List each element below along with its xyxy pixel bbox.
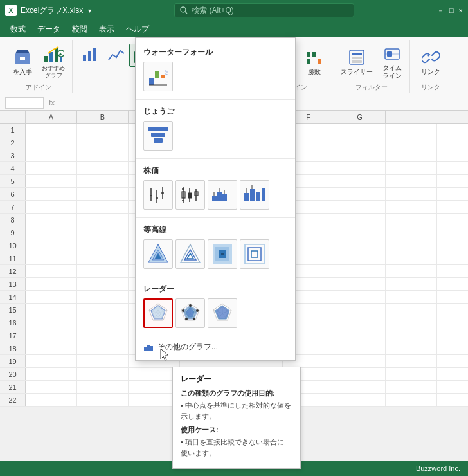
cell[interactable]	[386, 239, 437, 252]
cell[interactable]	[26, 136, 77, 149]
cell[interactable]	[77, 136, 129, 149]
cell[interactable]	[26, 381, 77, 393]
ribbon-btn-sparkline-winloss[interactable]: 勝敗	[301, 45, 328, 78]
cell[interactable]	[77, 175, 129, 187]
cell[interactable]	[26, 239, 77, 252]
cell[interactable]	[334, 226, 386, 239]
cell[interactable]	[386, 162, 437, 174]
cell[interactable]	[334, 214, 386, 226]
cell[interactable]	[26, 149, 77, 161]
cell[interactable]	[77, 265, 129, 277]
cell[interactable]	[26, 201, 77, 213]
cell[interactable]	[26, 162, 77, 174]
cell[interactable]	[334, 316, 386, 329]
cell[interactable]	[77, 252, 129, 264]
cell[interactable]	[386, 316, 437, 329]
cell[interactable]	[77, 239, 129, 252]
cell[interactable]	[26, 316, 77, 329]
search-box[interactable]: 検索 (Alt+Q)	[174, 3, 354, 17]
cell[interactable]	[77, 188, 129, 200]
ribbon-btn-store[interactable]: を入手	[9, 45, 36, 78]
cell[interactable]	[77, 355, 129, 367]
cell[interactable]	[334, 329, 386, 342]
cell[interactable]	[386, 201, 437, 213]
radar-chart-btn-3[interactable]	[208, 298, 237, 328]
cell[interactable]	[26, 304, 77, 316]
cell[interactable]	[77, 162, 129, 174]
cell[interactable]	[386, 304, 437, 316]
ribbon-btn-slicer[interactable]: スライサー	[338, 45, 376, 78]
menu-data[interactable]: データ	[32, 22, 66, 37]
ribbon-btn-recommended[interactable]: ✦ おすすめグラフ	[39, 42, 68, 81]
cell[interactable]	[334, 368, 386, 380]
cell[interactable]	[334, 124, 386, 136]
cell[interactable]	[77, 368, 129, 380]
cell[interactable]	[77, 226, 129, 239]
cell[interactable]	[77, 304, 129, 316]
cell[interactable]	[77, 214, 129, 226]
cell[interactable]	[26, 214, 77, 226]
cell[interactable]	[386, 136, 437, 149]
cell[interactable]	[26, 175, 77, 187]
cell[interactable]	[334, 175, 386, 187]
cell[interactable]	[334, 136, 386, 149]
cell[interactable]	[334, 265, 386, 277]
cell[interactable]	[77, 316, 129, 329]
ribbon-btn-col-chart[interactable]	[78, 44, 102, 67]
close-btn[interactable]: ×	[459, 6, 463, 14]
cell[interactable]	[386, 252, 437, 264]
cell[interactable]	[334, 252, 386, 264]
cell[interactable]	[386, 291, 437, 303]
cell[interactable]	[26, 278, 77, 290]
minimize-btn[interactable]: －	[437, 6, 444, 15]
cell[interactable]	[26, 329, 77, 342]
cell[interactable]	[334, 381, 386, 393]
name-box[interactable]	[5, 97, 44, 109]
cell[interactable]	[26, 188, 77, 200]
cell[interactable]	[334, 239, 386, 252]
cell[interactable]	[386, 394, 437, 406]
cell[interactable]	[386, 226, 437, 239]
cell[interactable]	[334, 342, 386, 354]
cell[interactable]	[334, 394, 386, 406]
stock-chart-btn-2[interactable]	[176, 180, 205, 210]
contour-chart-btn-4[interactable]	[240, 239, 269, 269]
cell[interactable]	[26, 124, 77, 136]
cell[interactable]	[386, 368, 437, 380]
cell[interactable]	[334, 278, 386, 290]
cell[interactable]	[26, 342, 77, 354]
contour-chart-btn-1[interactable]	[143, 239, 173, 269]
ribbon-btn-line-chart[interactable]	[104, 44, 128, 67]
cell[interactable]	[77, 381, 129, 393]
cell[interactable]	[334, 188, 386, 200]
funnel-chart-btn[interactable]	[143, 121, 173, 151]
ribbon-btn-timeline[interactable]: タイムライン	[379, 42, 406, 82]
cell[interactable]	[334, 162, 386, 174]
cell[interactable]	[386, 329, 437, 342]
stock-chart-btn-1[interactable]	[143, 180, 173, 210]
maximize-btn[interactable]: □	[449, 6, 454, 14]
cell[interactable]	[77, 291, 129, 303]
cell[interactable]	[334, 149, 386, 161]
menu-kouretu[interactable]: 校閲	[67, 22, 93, 37]
ribbon-btn-link[interactable]: リンク	[417, 45, 444, 78]
menu-hyouji[interactable]: 表示	[94, 22, 120, 37]
menu-suushiki[interactable]: 数式	[5, 22, 31, 37]
cell[interactable]	[386, 342, 437, 354]
cell[interactable]	[386, 355, 437, 367]
cell[interactable]	[77, 394, 129, 406]
cell[interactable]	[26, 394, 77, 406]
cell[interactable]	[386, 175, 437, 187]
cell[interactable]	[26, 355, 77, 367]
cell[interactable]	[77, 342, 129, 354]
cell[interactable]	[26, 226, 77, 239]
cell[interactable]	[77, 149, 129, 161]
stock-chart-btn-4[interactable]	[240, 180, 269, 210]
cell[interactable]	[77, 124, 129, 136]
radar-chart-btn-1[interactable]	[143, 298, 173, 328]
cell[interactable]	[386, 188, 437, 200]
contour-chart-btn-2[interactable]	[176, 239, 205, 269]
cell[interactable]	[334, 291, 386, 303]
cell[interactable]	[386, 265, 437, 277]
cell[interactable]	[386, 149, 437, 161]
